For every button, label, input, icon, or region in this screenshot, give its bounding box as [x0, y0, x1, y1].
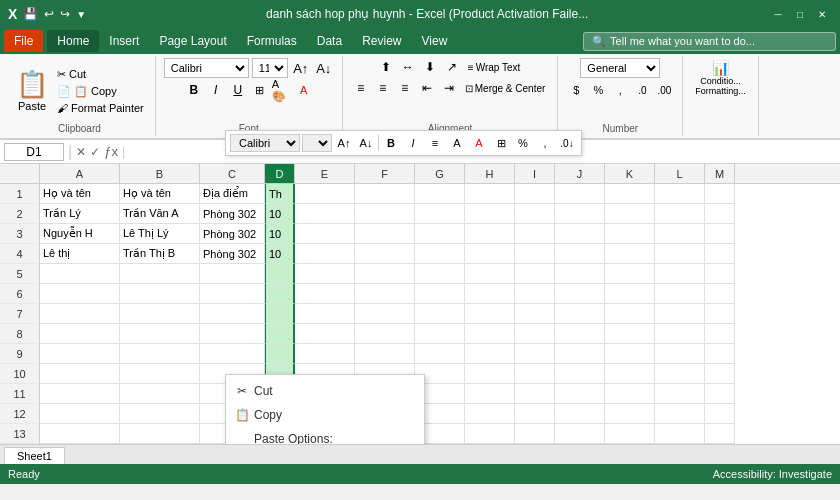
- cell-j7[interactable]: [555, 304, 605, 324]
- cell-j12[interactable]: [555, 404, 605, 424]
- cell-j5[interactable]: [555, 264, 605, 284]
- mini-font-select[interactable]: Calibri: [230, 134, 300, 152]
- row-num-4[interactable]: 4: [0, 244, 40, 264]
- cell-g4[interactable]: [415, 244, 465, 264]
- cell-a4[interactable]: Lê thị: [40, 244, 120, 264]
- col-header-h[interactable]: H: [465, 164, 515, 183]
- cell-b6[interactable]: [120, 284, 200, 304]
- col-header-g[interactable]: G: [415, 164, 465, 183]
- cell-f4[interactable]: [355, 244, 415, 264]
- cell-i3[interactable]: [515, 224, 555, 244]
- conditional-formatting-button[interactable]: 📊 Conditio... Formatting...: [691, 58, 750, 98]
- cell-h10[interactable]: [465, 364, 515, 384]
- number-format-select[interactable]: General: [580, 58, 660, 78]
- cell-k4[interactable]: [605, 244, 655, 264]
- cell-b10[interactable]: [120, 364, 200, 384]
- cell-k11[interactable]: [605, 384, 655, 404]
- cell-i7[interactable]: [515, 304, 555, 324]
- cell-c6[interactable]: [200, 284, 265, 304]
- cell-m10[interactable]: [705, 364, 735, 384]
- cell-k2[interactable]: [605, 204, 655, 224]
- rotate-text-button[interactable]: ↗: [442, 58, 462, 76]
- cell-g7[interactable]: [415, 304, 465, 324]
- cell-i12[interactable]: [515, 404, 555, 424]
- cell-m11[interactable]: [705, 384, 735, 404]
- name-box[interactable]: [4, 143, 64, 161]
- cell-j2[interactable]: [555, 204, 605, 224]
- cell-h2[interactable]: [465, 204, 515, 224]
- cell-k3[interactable]: [605, 224, 655, 244]
- cell-k12[interactable]: [605, 404, 655, 424]
- minimize-button[interactable]: ─: [768, 4, 788, 24]
- col-header-f[interactable]: F: [355, 164, 415, 183]
- cell-b3[interactable]: Lê Thị Lý: [120, 224, 200, 244]
- cell-c7[interactable]: [200, 304, 265, 324]
- col-header-k[interactable]: K: [605, 164, 655, 183]
- cell-l8[interactable]: [655, 324, 705, 344]
- cell-a3[interactable]: Nguyễn H: [40, 224, 120, 244]
- cell-e8[interactable]: [295, 324, 355, 344]
- cell-h3[interactable]: [465, 224, 515, 244]
- col-header-j[interactable]: J: [555, 164, 605, 183]
- menu-page-layout[interactable]: Page Layout: [149, 30, 236, 52]
- cell-h7[interactable]: [465, 304, 515, 324]
- cell-b5[interactable]: [120, 264, 200, 284]
- font-name-select[interactable]: Calibri: [164, 58, 249, 78]
- col-header-c[interactable]: C: [200, 164, 265, 183]
- format-painter-button[interactable]: 🖌 Format Painter: [54, 101, 147, 115]
- col-header-e[interactable]: E: [295, 164, 355, 183]
- cell-l10[interactable]: [655, 364, 705, 384]
- cell-h13[interactable]: [465, 424, 515, 444]
- cell-b13[interactable]: [120, 424, 200, 444]
- cell-i10[interactable]: [515, 364, 555, 384]
- cell-m7[interactable]: [705, 304, 735, 324]
- row-num-2[interactable]: 2: [0, 204, 40, 224]
- align-top-button[interactable]: ⬆: [376, 58, 396, 76]
- row-num-5[interactable]: 5: [0, 264, 40, 284]
- cell-b9[interactable]: [120, 344, 200, 364]
- cell-k10[interactable]: [605, 364, 655, 384]
- cell-b4[interactable]: Trần Thị B: [120, 244, 200, 264]
- col-header-b[interactable]: B: [120, 164, 200, 183]
- menu-formulas[interactable]: Formulas: [237, 30, 307, 52]
- ctx-copy[interactable]: 📋 Copy: [226, 403, 424, 427]
- cell-m3[interactable]: [705, 224, 735, 244]
- cell-k7[interactable]: [605, 304, 655, 324]
- fill-color-button[interactable]: A🎨: [272, 81, 292, 99]
- cell-l5[interactable]: [655, 264, 705, 284]
- cell-e5[interactable]: [295, 264, 355, 284]
- decrease-indent-button[interactable]: ⇤: [417, 79, 437, 97]
- close-button[interactable]: ✕: [812, 4, 832, 24]
- mini-percent[interactable]: %: [513, 133, 533, 153]
- cell-i2[interactable]: [515, 204, 555, 224]
- paste-button[interactable]: 📋 Paste: [12, 67, 52, 114]
- comma-button[interactable]: ,: [610, 81, 630, 99]
- row-num-13[interactable]: 13: [0, 424, 40, 444]
- cell-j10[interactable]: [555, 364, 605, 384]
- cell-a2[interactable]: Trần Lý: [40, 204, 120, 224]
- cell-b2[interactable]: Trần Văn A: [120, 204, 200, 224]
- cell-a12[interactable]: [40, 404, 120, 424]
- currency-button[interactable]: $: [566, 81, 586, 99]
- mini-align[interactable]: ≡: [425, 133, 445, 153]
- cell-d2[interactable]: 10: [265, 204, 295, 224]
- cell-g6[interactable]: [415, 284, 465, 304]
- cell-a11[interactable]: [40, 384, 120, 404]
- cell-d1[interactable]: Th: [265, 184, 295, 204]
- cell-c1[interactable]: Địa điểm: [200, 184, 265, 204]
- col-header-l[interactable]: L: [655, 164, 705, 183]
- align-middle-button[interactable]: ↔: [398, 58, 418, 76]
- cell-d9[interactable]: [265, 344, 295, 364]
- cell-c8[interactable]: [200, 324, 265, 344]
- cell-h9[interactable]: [465, 344, 515, 364]
- mini-decrease-decimal[interactable]: .0↓: [557, 133, 577, 153]
- cell-i4[interactable]: [515, 244, 555, 264]
- row-num-1[interactable]: 1: [0, 184, 40, 204]
- cell-e6[interactable]: [295, 284, 355, 304]
- cell-h8[interactable]: [465, 324, 515, 344]
- cell-h6[interactable]: [465, 284, 515, 304]
- mini-font-color[interactable]: A: [469, 133, 489, 153]
- cell-k1[interactable]: [605, 184, 655, 204]
- mini-border[interactable]: ⊞: [491, 133, 511, 153]
- cell-c3[interactable]: Phòng 302: [200, 224, 265, 244]
